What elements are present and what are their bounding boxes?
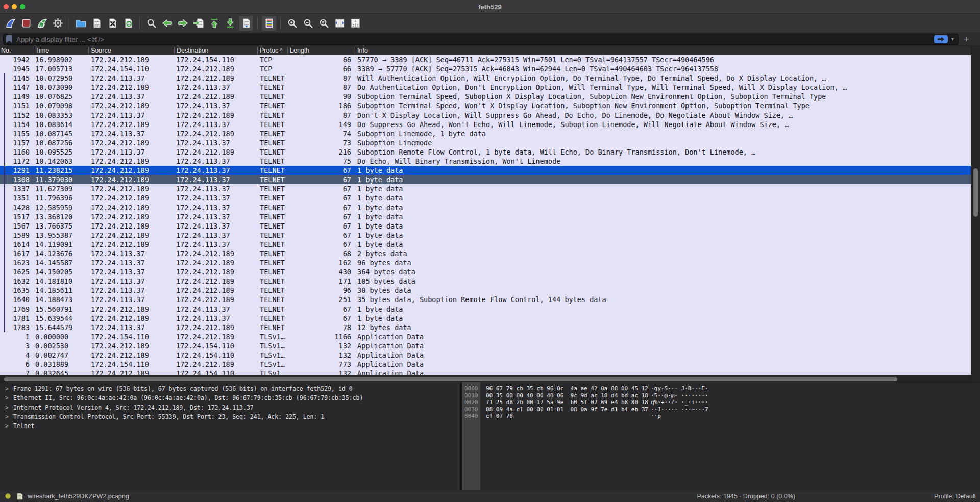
- stop-capture-button[interactable]: [19, 16, 33, 31]
- go-back-button[interactable]: [160, 16, 174, 31]
- detail-tree-line[interactable]: >Transmission Control Protocol, Src Port…: [0, 412, 460, 421]
- packet-row[interactable]: 10.000000172.24.154.110172.24.212.189TLS…: [0, 332, 971, 341]
- resize-columns-button[interactable]: [332, 16, 347, 31]
- packet-row[interactable]: 178315.644579172.24.113.37172.24.212.189…: [0, 323, 971, 332]
- go-to-packet-button[interactable]: [191, 16, 206, 31]
- capture-file-icon[interactable]: [17, 493, 23, 500]
- go-last-button[interactable]: [223, 16, 237, 31]
- detail-tree-line[interactable]: >Ethernet II, Src: 96:0c:4a:ae:42:0a (96…: [0, 393, 460, 403]
- packet-row[interactable]: 178115.639544172.24.212.189172.24.113.37…: [0, 314, 971, 323]
- cell-protocol: TELNET: [257, 157, 287, 166]
- hex-row[interactable]: 000096 67 79 cb 35 cb 96 0c 4a ae 42 0a …: [462, 385, 980, 392]
- zoom-out-button[interactable]: [301, 16, 315, 31]
- profile-button[interactable]: Profile: Default: [934, 493, 976, 500]
- column-header-protocol[interactable]: Protoc^: [257, 46, 287, 55]
- packet-row[interactable]: 117210.142063172.24.212.189172.24.113.37…: [0, 157, 971, 166]
- column-header-length[interactable]: Length: [287, 46, 355, 55]
- packet-row[interactable]: 164014.188473172.24.113.37172.24.212.189…: [0, 295, 971, 304]
- packet-row[interactable]: 163214.181810172.24.113.37172.24.212.189…: [0, 277, 971, 286]
- column-header-info[interactable]: Info: [355, 46, 971, 55]
- expander-chevron-icon[interactable]: >: [5, 394, 9, 401]
- open-file-button[interactable]: [74, 16, 88, 31]
- restart-capture-button[interactable]: [35, 16, 49, 31]
- go-forward-button[interactable]: [176, 16, 190, 31]
- packet-row[interactable]: 135111.796396172.24.212.189172.24.113.37…: [0, 193, 971, 203]
- packet-row[interactable]: 162514.150205172.24.113.37172.24.212.189…: [0, 267, 971, 277]
- start-capture-button[interactable]: [3, 16, 17, 31]
- packet-list[interactable]: 194216.998902172.24.212.189172.24.154.11…: [0, 55, 971, 375]
- packet-row[interactable]: 114910.076825172.24.113.37172.24.212.189…: [0, 92, 971, 101]
- filter-dropdown-caret[interactable]: ▾: [951, 36, 954, 42]
- packet-row[interactable]: 176915.560791172.24.212.189172.24.113.37…: [0, 305, 971, 314]
- reload-file-button[interactable]: [121, 16, 135, 31]
- save-file-button[interactable]: 0101: [89, 16, 104, 31]
- packet-row[interactable]: 161414.119091172.24.212.189172.24.113.37…: [0, 240, 971, 249]
- packet-row[interactable]: 114710.073090172.24.212.189172.24.113.37…: [0, 83, 971, 92]
- packet-row[interactable]: 115210.083353172.24.113.37172.24.212.189…: [0, 111, 971, 120]
- packet-row[interactable]: 194517.005713172.24.154.110172.24.212.18…: [0, 64, 971, 73]
- hex-row[interactable]: 002071 25 d8 2b 00 17 5a 9e b0 5f 02 69 …: [462, 399, 980, 406]
- close-file-button[interactable]: [105, 16, 119, 31]
- packet-row[interactable]: 60.031889172.24.154.110172.24.212.189TLS…: [0, 360, 971, 369]
- packet-row[interactable]: 133711.627309172.24.212.189172.24.113.37…: [0, 184, 971, 193]
- display-filter-input[interactable]: Apply a display filter ... <⌘/> ▾: [3, 34, 959, 45]
- horizontal-scrollbar[interactable]: [0, 375, 971, 382]
- packet-row[interactable]: 151713.368120172.24.212.189172.24.113.37…: [0, 212, 971, 221]
- horizontal-scrollbar-thumb[interactable]: [4, 377, 897, 381]
- expander-chevron-icon[interactable]: >: [5, 413, 9, 420]
- packet-row[interactable]: 115110.079098172.24.212.189172.24.113.37…: [0, 101, 971, 110]
- column-header-time[interactable]: Time: [33, 46, 88, 55]
- packet-row[interactable]: 142812.585959172.24.212.189172.24.113.37…: [0, 203, 971, 212]
- column-header-destination[interactable]: Destination: [174, 46, 257, 55]
- column-header-source[interactable]: Source: [88, 46, 174, 55]
- hex-dump-pane[interactable]: 000096 67 79 cb 35 cb 96 0c 4a ae 42 0a …: [462, 382, 980, 490]
- add-filter-button[interactable]: +: [959, 32, 974, 46]
- minimize-button[interactable]: [12, 4, 17, 9]
- packet-row[interactable]: 158913.955387172.24.212.189172.24.113.37…: [0, 231, 971, 240]
- detail-tree-line[interactable]: >Frame 1291: 67 bytes on wire (536 bits)…: [0, 384, 460, 393]
- detail-tree-line[interactable]: >Internet Protocol Version 4, Src: 172.2…: [0, 403, 460, 412]
- zoom-in-icon: [286, 17, 298, 29]
- close-button[interactable]: [4, 4, 9, 9]
- zoom-original-button[interactable]: [316, 16, 331, 31]
- hex-row[interactable]: 0040ef 07 70··p: [462, 413, 980, 420]
- packet-row[interactable]: 115710.087256172.24.212.189172.24.113.37…: [0, 138, 971, 147]
- packet-row[interactable]: 116010.095525172.24.113.37172.24.212.189…: [0, 147, 971, 157]
- expander-chevron-icon[interactable]: >: [5, 404, 9, 411]
- auto-scroll-toggle[interactable]: [239, 16, 253, 31]
- detail-tree-line[interactable]: >Telnet: [0, 421, 460, 431]
- cell-length: 430: [287, 267, 355, 277]
- vertical-scrollbar-thumb[interactable]: [973, 168, 978, 217]
- capture-options-button[interactable]: [51, 16, 65, 31]
- packet-row[interactable]: 130811.379030172.24.212.189172.24.113.37…: [0, 175, 971, 184]
- apply-filter-button[interactable]: [934, 35, 948, 43]
- packet-row[interactable]: 163514.185611172.24.113.37172.24.212.189…: [0, 286, 971, 295]
- filter-bookmark-icon[interactable]: [6, 35, 12, 43]
- packet-row[interactable]: 115510.087145172.24.113.37172.24.212.189…: [0, 129, 971, 138]
- packet-row[interactable]: 161714.123676172.24.113.37172.24.212.189…: [0, 249, 971, 258]
- cell-source: 172.24.113.37: [88, 323, 174, 332]
- hex-row[interactable]: 003008 09 4a c1 00 00 01 01 08 0a 9f 7e …: [462, 406, 980, 413]
- zoom-in-button[interactable]: [285, 16, 299, 31]
- packet-row[interactable]: 194216.998902172.24.212.189172.24.154.11…: [0, 55, 971, 64]
- zoom-button[interactable]: [20, 4, 25, 9]
- expander-chevron-icon[interactable]: >: [5, 422, 9, 430]
- column-header-no[interactable]: No.: [0, 46, 33, 55]
- packet-row[interactable]: 162314.145587172.24.113.37172.24.212.189…: [0, 258, 971, 267]
- layout-button[interactable]: 123: [348, 16, 362, 31]
- packet-row[interactable]: 40.002747172.24.212.189172.24.154.110TLS…: [0, 350, 971, 360]
- packet-row[interactable]: 115410.083614172.24.212.189172.24.113.37…: [0, 120, 971, 129]
- packet-detail-pane[interactable]: >Frame 1291: 67 bytes on wire (536 bits)…: [0, 382, 460, 490]
- expert-info-icon[interactable]: [5, 493, 11, 499]
- hex-row[interactable]: 001000 35 00 00 40 00 40 06 9c 9d ac 18 …: [462, 392, 980, 399]
- packet-row[interactable]: 114510.072950172.24.113.37172.24.212.189…: [0, 73, 971, 83]
- expander-chevron-icon[interactable]: >: [5, 385, 9, 392]
- colorize-toggle[interactable]: [262, 16, 276, 31]
- packet-row[interactable]: 129111.238215172.24.212.189172.24.113.37…: [0, 166, 971, 175]
- go-first-button[interactable]: [207, 16, 222, 31]
- packet-row[interactable]: 70.032645172.24.212.189172.24.154.110TLS…: [0, 369, 971, 375]
- find-packet-button[interactable]: [144, 16, 158, 31]
- vertical-scrollbar[interactable]: [971, 46, 980, 382]
- packet-row[interactable]: 156713.766375172.24.212.189172.24.113.37…: [0, 221, 971, 231]
- packet-row[interactable]: 30.002530172.24.212.189172.24.154.110TLS…: [0, 341, 971, 350]
